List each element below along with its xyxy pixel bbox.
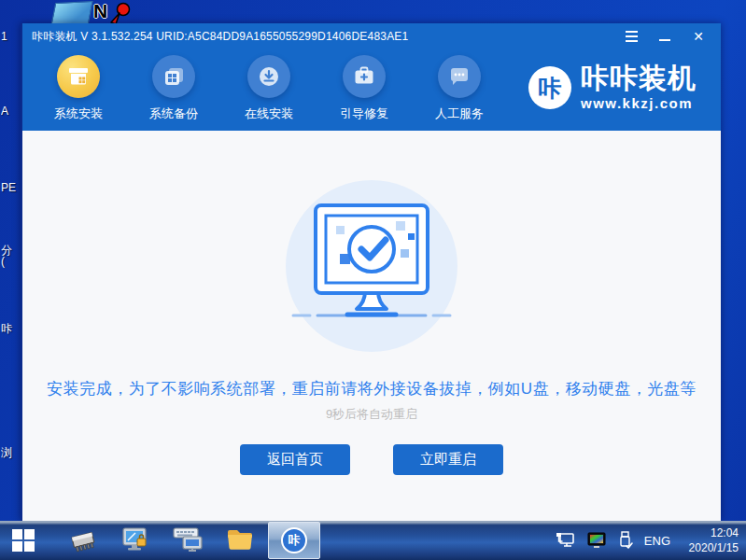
nav-item-human-service[interactable]: 人工服务 — [413, 55, 506, 131]
start-button[interactable] — [0, 521, 47, 560]
nav-item-system-install[interactable]: 系统安装 — [32, 55, 125, 131]
desktop-icon-label: A — [1, 105, 21, 118]
desktop-n-key-icon[interactable]: N — [93, 0, 131, 25]
windows-backup-icon — [152, 55, 195, 98]
nav-label: 系统安装 — [54, 105, 103, 122]
button-row: 返回首页 立即重启 — [240, 444, 503, 475]
countdown-text: 9秒后将自动重启 — [326, 406, 417, 423]
nav-label: 系统备份 — [149, 105, 198, 122]
window-controls: ✕ — [624, 29, 711, 44]
toolbox-icon — [343, 55, 386, 98]
clock[interactable]: 12:04 2020/1/15 — [681, 525, 739, 555]
brand-site: www.kkzj.com — [581, 95, 697, 111]
windows-logo-icon — [11, 528, 35, 553]
nav-label: 在线安装 — [245, 105, 293, 122]
display-color-icon[interactable] — [586, 531, 607, 550]
language-indicator[interactable]: ENG — [644, 534, 670, 548]
nav-item-online-install[interactable]: 在线安装 — [222, 55, 316, 131]
navbar: 系统安装 系统备份 — [22, 49, 721, 131]
screen: N 1 A PE 分 ( 咔 浏 咔咔装机 V 3.1.532.254 URID… — [0, 0, 746, 560]
clock-time: 12:04 — [681, 525, 739, 540]
nav-label: 引导修复 — [340, 105, 388, 122]
usb-icon[interactable] — [617, 531, 634, 550]
window-title: 咔咔装机 V 3.1.532.254 URID:A5C84DD9A1655055… — [32, 29, 408, 45]
taskbar-screen-lock-icon[interactable] — [120, 525, 151, 556]
restart-button[interactable]: 立即重启 — [393, 444, 503, 475]
desktop-icon-label: 咔 — [1, 321, 21, 337]
chat-icon — [438, 55, 481, 98]
brand-text: 咔咔装机 www.kkzj.com — [581, 64, 697, 111]
titlebar[interactable]: 咔咔装机 V 3.1.532.254 URID:A5C84DD9A1655055… — [22, 23, 721, 49]
success-illustration — [286, 180, 457, 352]
menu-icon[interactable] — [624, 29, 639, 44]
desktop-icon-label: 1 — [1, 30, 21, 43]
nav-label: 人工服务 — [435, 105, 484, 122]
nav-item-boot-repair[interactable]: 引导修复 — [317, 55, 411, 131]
taskbar-kaka-app-button[interactable]: 咔 — [268, 522, 320, 559]
install-box-icon — [57, 55, 100, 98]
desktop-display-icon[interactable] — [50, 1, 92, 26]
clock-date: 2020/1/15 — [681, 540, 739, 555]
taskbar: 咔 — [0, 521, 746, 560]
brand-badge-icon: 咔 — [528, 66, 571, 109]
content-area: 安装完成，为了不影响系统部署，重启前请将外接设备拔掉，例如U盘，移动硬盘，光盘等… — [22, 131, 721, 521]
taskbar-chip-icon[interactable] — [67, 525, 99, 556]
nav-item-system-backup[interactable]: 系统备份 — [127, 55, 220, 131]
download-icon — [247, 55, 290, 98]
desktop-icon-label: ( — [1, 255, 21, 268]
taskbar-folder-icon[interactable] — [224, 525, 256, 556]
completion-message: 安装完成，为了不影响系统部署，重启前请将外接设备拔掉，例如U盘，移动硬盘，光盘等 — [47, 378, 696, 399]
home-button[interactable]: 返回首页 — [240, 444, 350, 475]
desktop-icon-label: 浏 — [1, 445, 21, 461]
desktop-icon-label: PE — [1, 181, 21, 194]
minimize-icon[interactable] — [657, 29, 672, 44]
taskbar-keyboard-icon[interactable] — [172, 525, 204, 556]
kaka-app-icon: 咔 — [281, 527, 307, 553]
monitor-check-icon — [288, 196, 456, 336]
system-tray: ENG 12:04 2020/1/15 — [556, 525, 746, 555]
brand-logo: 咔 咔咔装机 www.kkzj.com — [528, 64, 697, 111]
kaka-installer-window: 咔咔装机 V 3.1.532.254 URID:A5C84DD9A1655055… — [21, 23, 721, 521]
close-icon[interactable]: ✕ — [691, 29, 706, 44]
brand-name: 咔咔装机 — [581, 64, 697, 92]
network-icon[interactable] — [556, 531, 576, 550]
